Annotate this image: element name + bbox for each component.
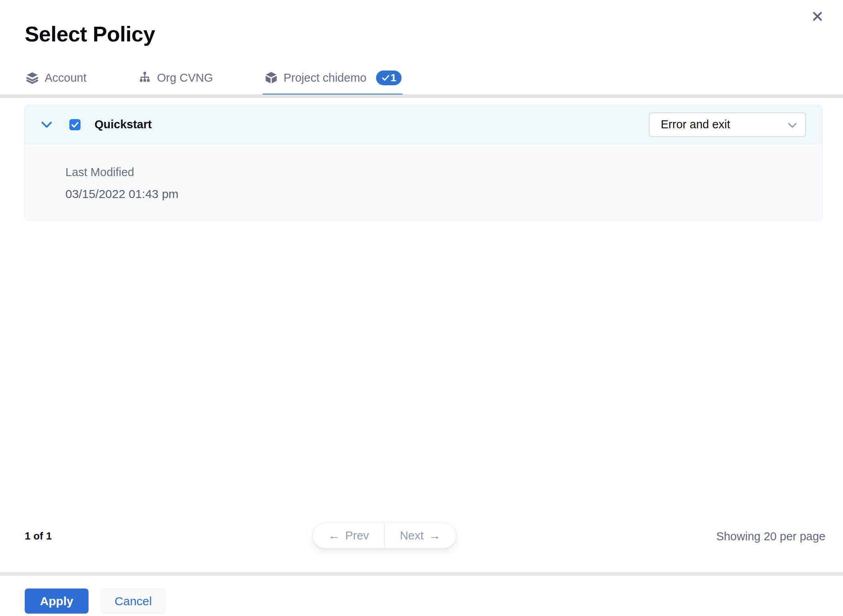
- scope-tabs: Account Org CVNG: [26, 68, 402, 88]
- next-label: Next: [400, 529, 424, 542]
- page-info: 1 of 1: [25, 530, 52, 542]
- policy-checkbox[interactable]: [69, 119, 81, 130]
- pagination-pager: ← Prev Next →: [313, 523, 456, 548]
- org-chart-icon: [138, 71, 152, 84]
- next-button[interactable]: Next →: [385, 523, 456, 548]
- policy-action-value: Error and exit: [661, 118, 730, 131]
- cube-icon: [264, 71, 278, 84]
- policy-action-select[interactable]: Error and exit: [649, 112, 806, 137]
- arrow-left-icon: ←: [328, 530, 340, 541]
- prev-button[interactable]: ← Prev: [313, 523, 384, 548]
- policy-name: Quickstart: [95, 118, 152, 131]
- last-modified-label: Last Modified: [65, 166, 822, 179]
- selected-count-badge: 1: [376, 71, 402, 85]
- chevron-down-icon: [788, 118, 797, 131]
- close-button[interactable]: [809, 8, 826, 26]
- showing-per-page: Showing 20 per page: [716, 530, 825, 543]
- tabs-divider: [0, 94, 843, 98]
- tab-org-cvng[interactable]: Org CVNG: [138, 71, 213, 84]
- footer-divider: [0, 572, 843, 576]
- policy-row[interactable]: Quickstart Error and exit: [25, 105, 822, 144]
- arrow-right-icon: →: [429, 530, 441, 541]
- tab-label: Project chidemo: [284, 71, 366, 84]
- cancel-button[interactable]: Cancel: [101, 589, 165, 614]
- policy-card: Quickstart Error and exit Last Modified …: [24, 105, 823, 220]
- last-modified-value: 03/15/2022 01:43 pm: [65, 187, 822, 201]
- select-policy-modal: Select Policy Account: [0, 0, 843, 616]
- page-title: Select Policy: [25, 22, 155, 46]
- layers-icon: [26, 71, 39, 84]
- badge-count: 1: [390, 72, 396, 84]
- tab-label: Org CVNG: [157, 71, 213, 84]
- chevron-down-icon[interactable]: [41, 121, 53, 128]
- tab-label: Account: [45, 71, 87, 84]
- policy-details: Last Modified 03/15/2022 01:43 pm: [25, 144, 822, 201]
- close-icon: [810, 9, 825, 25]
- prev-label: Prev: [345, 529, 369, 542]
- tab-project-chidemo[interactable]: Project chidemo 1: [264, 71, 402, 85]
- tab-account[interactable]: Account: [26, 71, 87, 84]
- apply-button[interactable]: Apply: [25, 589, 89, 614]
